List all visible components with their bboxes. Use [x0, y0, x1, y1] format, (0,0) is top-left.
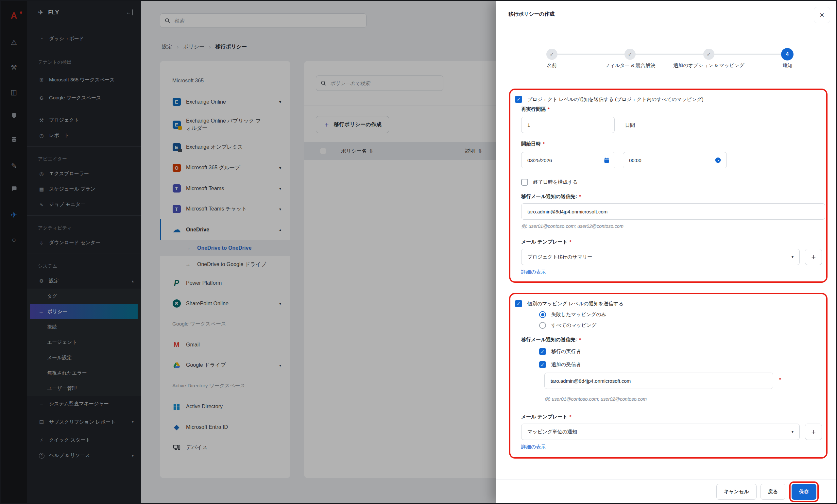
executor-checkbox[interactable]: ✓ 移行の実行者: [539, 348, 581, 355]
rerun-interval-input[interactable]: [527, 122, 609, 128]
checkbox-checked-icon[interactable]: ✓: [539, 361, 546, 368]
additional-recipients-field[interactable]: [545, 373, 773, 389]
step-3-circle: ✓: [703, 49, 714, 60]
chevron-down-icon: ▾: [791, 430, 794, 434]
rerun-unit-label: 日間: [625, 122, 635, 128]
step-2-label: フィルター & 競合解決: [594, 62, 666, 69]
step-1-label: 名前: [516, 62, 588, 69]
recipients-example: 例: user01@contoso.com; user02@contoso.co…: [521, 223, 623, 230]
checkbox-checked-icon[interactable]: ✓: [515, 300, 522, 307]
recipients-field[interactable]: [521, 203, 825, 220]
rerun-interval-label: 再実行間隔*: [521, 106, 550, 112]
close-icon: ×: [820, 11, 824, 20]
modal-footer: キャンセル 戻る 保存: [716, 482, 819, 502]
plus-icon: ＋: [810, 427, 817, 437]
stepper-line: [552, 54, 787, 55]
checkbox-empty-icon[interactable]: [521, 179, 528, 186]
mail-template-select[interactable]: マッピング単位の通知 ▾: [521, 424, 800, 440]
radio-empty-icon[interactable]: [539, 322, 546, 329]
additional-recipients-checkbox[interactable]: ✓ 追加の受信者: [539, 361, 581, 368]
recipients-example: 例: user01@contoso.com; user02@contoso.co…: [545, 396, 647, 402]
radio-failed-mappings[interactable]: 失敗したマッピングのみ: [539, 311, 606, 318]
show-details-link[interactable]: 詳細の表示: [521, 444, 546, 450]
calendar-icon[interactable]: [604, 157, 610, 163]
radio-all-mappings[interactable]: すべてのマッピング: [539, 322, 596, 329]
divider: [496, 479, 837, 480]
start-datetime-label: 開始日時*: [521, 141, 545, 147]
checkbox-checked-icon[interactable]: ✓: [515, 96, 522, 103]
chevron-down-icon: ▾: [791, 255, 794, 259]
step-4-label: 通知: [751, 62, 823, 69]
step-3-label: 追加のオプション & マッピング: [673, 62, 745, 69]
start-date-field[interactable]: [521, 152, 615, 168]
mapping-notification-section: ✓ 個別のマッピング レベルの通知を送信する 失敗したマッピングのみ すべてのマ…: [509, 293, 827, 458]
save-button[interactable]: 保存: [791, 484, 816, 500]
check-icon: ✓: [707, 51, 711, 58]
project-notification-section: ✓ プロジェクト レベルの通知を送信する (プロジェクト内のすべてのマッピング)…: [509, 89, 827, 283]
mapping-notification-toggle[interactable]: ✓ 個別のマッピング レベルの通知を送信する: [515, 300, 623, 307]
modal-title: 移行ポリシーの作成: [509, 11, 554, 18]
step-4-circle: 4: [781, 48, 794, 60]
rerun-interval-field[interactable]: [521, 117, 615, 133]
additional-recipients-input[interactable]: [550, 378, 768, 384]
step-2-circle: ✓: [624, 49, 636, 60]
add-template-button[interactable]: ＋: [805, 424, 822, 440]
clock-icon[interactable]: [715, 157, 721, 163]
show-details-link[interactable]: 詳細の表示: [521, 269, 546, 275]
mail-template-select[interactable]: プロジェクト移行のサマリー ▾: [521, 249, 800, 265]
save-annotation-ring: 保存: [789, 482, 819, 502]
check-icon: ✓: [628, 51, 632, 58]
app-screen: A ⚠ ⚒ ◫ ✎ ✈ ○ ✈ FLY ← ◔ ダッシュボード テナントの検出: [0, 0, 837, 504]
required-mark: *: [779, 377, 781, 382]
modal-backdrop: [1, 1, 496, 503]
mail-template-label: メール テンプレート*: [521, 239, 571, 245]
plus-icon: ＋: [810, 252, 817, 262]
cancel-button[interactable]: キャンセル: [716, 484, 756, 500]
radio-selected-icon[interactable]: [539, 311, 546, 318]
checkbox-checked-icon[interactable]: ✓: [539, 348, 546, 355]
mail-template-label: メール テンプレート*: [521, 414, 571, 420]
step-1-circle: ✓: [546, 49, 557, 60]
divider: [496, 34, 837, 34]
recipients-label: 移行メール通知の送信先:*: [521, 194, 581, 200]
add-template-button[interactable]: ＋: [805, 249, 822, 265]
check-icon: ✓: [550, 51, 554, 58]
create-policy-modal: 移行ポリシーの作成 × ✓ ✓ ✓ 4 名前 フィルター & 競合解決 追加のオ…: [496, 1, 837, 503]
project-notification-toggle[interactable]: ✓ プロジェクト レベルの通知を送信する (プロジェクト内のすべてのマッピング): [515, 96, 704, 103]
start-date-input[interactable]: [527, 157, 600, 163]
start-time-input[interactable]: [628, 157, 711, 163]
start-time-field[interactable]: [623, 152, 727, 168]
recipients-label: 移行メール通知の送信先:*: [521, 337, 581, 343]
configure-end-datetime-toggle[interactable]: 終了日時を構成する: [521, 179, 578, 186]
back-button[interactable]: 戻る: [761, 484, 785, 500]
close-button[interactable]: ×: [814, 7, 830, 23]
recipients-input[interactable]: [527, 209, 820, 215]
